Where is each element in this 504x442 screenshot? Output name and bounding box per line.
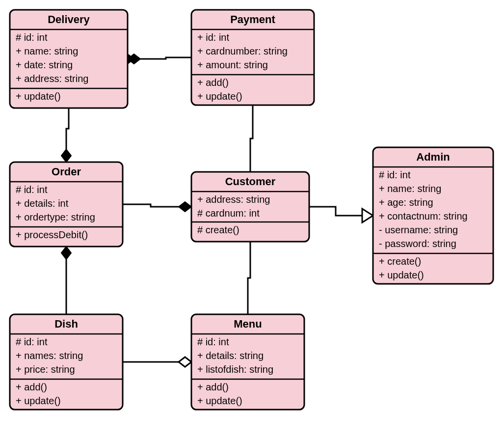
class-customer-attr-0: + address: string	[197, 194, 270, 205]
class-order-attr-0: # id: int	[16, 184, 48, 195]
class-payment-attr-1: + cardnumber: string	[197, 46, 288, 56]
class-admin-attr-2: + age: string	[379, 197, 433, 208]
class-menu-attr-2: + listofdish: string	[197, 364, 273, 375]
relation-order-customer	[123, 204, 179, 207]
class-admin-attr-0: # id: int	[379, 169, 411, 180]
class-delivery-attr-1: + name: string	[16, 46, 78, 56]
class-payment: Payment+ id: int+ cardnumber: string+ am…	[191, 10, 314, 105]
svg-marker-2	[61, 149, 71, 162]
svg-marker-3	[179, 202, 191, 212]
class-order-title: Order	[52, 166, 81, 178]
class-admin-attr-3: + contactnum: string	[379, 211, 468, 221]
class-menu-attr-0: # id: int	[197, 336, 229, 347]
class-dish-attr-1: + names: string	[16, 350, 83, 361]
class-delivery: Delivery# id: int+ name: string+ date: s…	[10, 10, 128, 108]
class-admin-title: Admin	[416, 151, 450, 163]
class-admin-attr-4: - username: string	[379, 224, 458, 235]
class-order-attr-2: + ordertype: string	[16, 212, 95, 222]
relation-delivery-order	[66, 108, 69, 149]
class-menu-method-1: + update()	[197, 395, 242, 406]
class-delivery-method-0: + update()	[16, 91, 61, 102]
class-admin: Admin# id: int+ name: string+ age: strin…	[373, 147, 493, 284]
class-payment-title: Payment	[230, 13, 275, 26]
class-admin-attr-1: + name: string	[379, 183, 441, 194]
svg-marker-5	[362, 209, 373, 222]
class-dish-attr-0: # id: int	[16, 336, 48, 347]
uml-class-diagram: Delivery# id: int+ name: string+ date: s…	[0, 0, 504, 442]
class-menu-attr-1: + details: string	[197, 350, 264, 361]
class-customer: Customer+ address: string# cardnum: int#…	[191, 172, 309, 242]
svg-marker-6	[179, 357, 191, 367]
relation-delivery-payment	[140, 57, 191, 59]
class-dish-attr-2: + price: string	[16, 364, 75, 375]
class-customer-attr-1: # cardnum: int	[197, 208, 260, 219]
class-delivery-attr-3: + address: string	[16, 73, 88, 84]
class-delivery-title: Delivery	[48, 13, 90, 26]
class-payment-method-0: + add()	[197, 77, 229, 88]
class-delivery-attr-0: # id: int	[16, 32, 48, 43]
class-customer-title: Customer	[225, 175, 276, 188]
relation-payment-customer	[250, 105, 253, 172]
class-order: Order# id: int+ details: int+ ordertype:…	[10, 162, 123, 247]
class-dish-method-1: + update()	[16, 395, 61, 406]
class-payment-attr-0: + id: int	[197, 32, 229, 43]
class-admin-attr-5: - password: string	[379, 238, 456, 249]
class-dish-method-0: + add()	[16, 382, 47, 392]
class-admin-method-1: + update()	[379, 270, 424, 280]
class-order-attr-1: + details: int	[16, 198, 69, 209]
class-menu: Menu# id: int+ details: string+ listofdi…	[191, 314, 304, 410]
class-payment-attr-2: + amount: string	[197, 59, 268, 70]
class-menu-title: Menu	[234, 318, 262, 330]
relation-customer-menu	[248, 242, 250, 314]
class-order-method-0: + processDebit()	[16, 229, 88, 240]
class-payment-method-1: + update()	[197, 91, 242, 102]
relation-customer-admin	[309, 207, 362, 216]
svg-marker-4	[61, 247, 71, 259]
class-customer-method-0: # create()	[197, 224, 239, 235]
class-delivery-attr-2: + date: string	[16, 59, 73, 70]
class-admin-method-0: + create()	[379, 256, 421, 267]
class-menu-method-0: + add()	[197, 382, 229, 392]
class-dish-title: Dish	[54, 318, 78, 330]
class-dish: Dish# id: int+ names: string+ price: str…	[10, 314, 123, 410]
